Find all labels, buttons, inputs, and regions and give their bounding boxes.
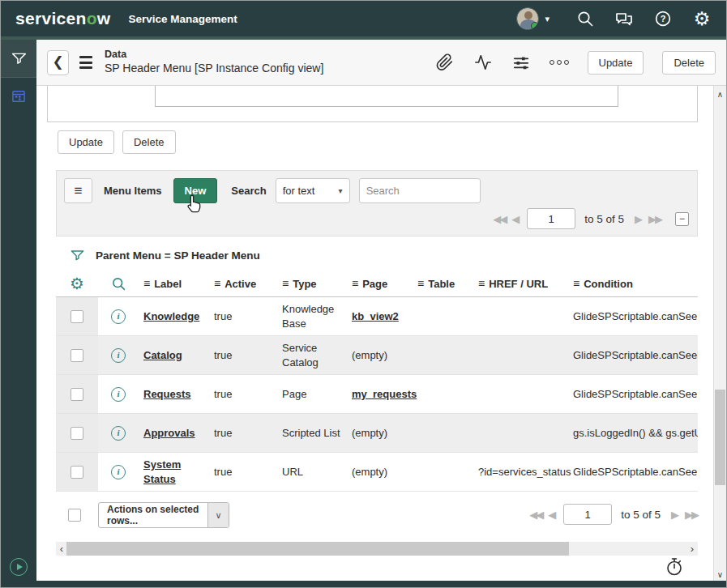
column-header[interactable]: ≡Table — [413, 277, 473, 290]
previous-page-icon[interactable]: ◀ — [511, 213, 520, 225]
column-menu-icon[interactable]: ≡ — [282, 277, 289, 290]
column-menu-icon[interactable]: ≡ — [352, 277, 358, 290]
previous-page-icon[interactable]: ◀ — [548, 509, 556, 521]
chevron-down-icon[interactable]: ▾ — [545, 14, 550, 24]
column-header[interactable]: ≡Label — [139, 277, 209, 290]
row-active: true — [209, 421, 277, 445]
row-label-link[interactable]: Approvals — [143, 427, 195, 439]
row-label-link[interactable]: Catalog — [143, 349, 182, 361]
column-menu-icon[interactable]: ≡ — [214, 277, 220, 290]
back-icon: ❮ — [52, 53, 63, 70]
page-number-input[interactable] — [563, 504, 612, 525]
first-page-icon[interactable]: ◀◀ — [529, 509, 542, 521]
column-menu-icon[interactable]: ≡ — [143, 277, 150, 290]
search-label: Search — [231, 185, 266, 197]
row-condition: GlideSPScriptable.canSeePag — [568, 305, 698, 329]
info-icon[interactable]: i — [111, 387, 126, 402]
row-label-link[interactable]: Knowledge — [143, 310, 199, 322]
row-label-link[interactable]: System Status — [143, 458, 181, 485]
chat-icon[interactable] — [614, 9, 634, 28]
scroll-up-icon[interactable]: ∧ — [714, 87, 726, 100]
row-checkbox[interactable] — [71, 349, 83, 362]
last-page-icon[interactable]: ▶▶ — [685, 509, 698, 521]
row-page[interactable]: kb_view2 — [352, 310, 399, 322]
table-row: i Approvals true Scripted List (empty) g… — [56, 414, 698, 453]
row-page[interactable]: (empty) — [352, 466, 387, 478]
last-page-icon[interactable]: ▶▶ — [648, 213, 661, 225]
related-list-header: ≡ Menu Items New Search for text ▾ — [56, 170, 698, 236]
first-page-icon[interactable]: ◀◀ — [493, 213, 506, 225]
help-icon[interactable]: ? — [653, 9, 673, 28]
row-page[interactable]: (empty) — [352, 349, 387, 361]
row-checkbox[interactable] — [71, 466, 83, 479]
row-range-label: to 5 of 5 — [621, 509, 661, 521]
personalize-gear-icon[interactable]: ⚙ — [56, 274, 98, 293]
actions-select[interactable]: Actions on selected rows... ∨ — [98, 502, 229, 528]
row-checkbox[interactable] — [71, 388, 83, 401]
column-header[interactable]: ≡Active — [209, 277, 277, 290]
filter-condition[interactable]: Parent Menu = SP Header Menu — [96, 249, 260, 262]
column-header[interactable]: ≡Type — [277, 277, 347, 290]
header-update-button[interactable]: Update — [588, 51, 644, 75]
sidebar-item-filter-navigator[interactable] — [1, 40, 36, 77]
servicenow-logo[interactable]: servicenow — [15, 9, 110, 28]
scroll-left-icon[interactable]: ‹ — [56, 542, 67, 556]
row-table — [413, 428, 473, 438]
user-menu[interactable]: ▾ — [516, 7, 550, 30]
menu-items-table: ⚙ ≡Label≡Active≡Type≡Page≡Table≡HREF / U… — [56, 271, 698, 492]
select-all-checkbox[interactable] — [68, 509, 81, 522]
next-page-icon[interactable]: ▶ — [671, 509, 679, 521]
sliders-icon[interactable] — [511, 53, 531, 72]
header-delete-button[interactable]: Delete — [662, 51, 716, 75]
column-menu-icon[interactable]: ≡ — [478, 277, 485, 290]
search-icon[interactable] — [575, 9, 595, 28]
activity-stream-icon[interactable] — [473, 53, 493, 72]
vertical-scroll-thumb[interactable] — [715, 390, 725, 485]
form-context-menu-icon[interactable] — [78, 54, 94, 70]
back-button[interactable]: ❮ — [47, 50, 69, 75]
search-type-select[interactable]: for text ▾ — [276, 178, 350, 203]
row-checkbox[interactable] — [71, 310, 83, 323]
row-checkbox[interactable] — [71, 427, 83, 440]
delete-button[interactable]: Delete — [122, 130, 176, 154]
row-page[interactable]: (empty) — [352, 427, 387, 439]
column-header[interactable]: ≡HREF / URL — [473, 277, 568, 290]
select-caret-icon: ∨ — [207, 503, 229, 527]
left-sidebar — [1, 40, 36, 587]
list-search-input[interactable] — [359, 178, 481, 203]
row-page[interactable]: my_requests — [352, 388, 417, 400]
response-time-icon[interactable] — [665, 556, 684, 577]
gear-icon[interactable]: ⚙ — [692, 9, 712, 28]
column-menu-icon[interactable]: ≡ — [573, 277, 579, 290]
page-number-input[interactable] — [527, 208, 575, 229]
info-icon[interactable]: i — [111, 309, 126, 324]
update-button[interactable]: Update — [58, 130, 114, 154]
column-search-icon[interactable] — [98, 276, 139, 292]
vertical-scrollbar[interactable]: ∧ ∨ — [713, 86, 726, 581]
collapse-list-icon[interactable]: − — [675, 212, 689, 226]
scroll-right-icon[interactable]: › — [686, 542, 698, 556]
column-header[interactable]: ≡Page — [347, 277, 413, 290]
calendar-icon — [11, 88, 27, 104]
row-active: true — [209, 343, 277, 368]
info-icon[interactable]: i — [111, 426, 126, 441]
table-row: i Catalog true Service Catalog (empty) G… — [56, 336, 698, 375]
horizontal-scrollbar[interactable]: ‹ › — [56, 542, 698, 556]
more-options-icon[interactable] — [550, 53, 569, 72]
row-type: URL — [277, 460, 347, 484]
horizontal-scroll-thumb[interactable] — [66, 542, 569, 556]
row-label-link[interactable]: Requests — [143, 388, 191, 400]
info-icon[interactable]: i — [111, 348, 126, 363]
sidebar-item-calendar[interactable] — [1, 78, 36, 115]
avatar[interactable] — [516, 7, 539, 30]
play-button[interactable] — [10, 558, 28, 576]
list-context-menu-button[interactable]: ≡ — [64, 178, 92, 203]
info-icon[interactable]: i — [111, 465, 126, 479]
form-field-textarea[interactable] — [155, 86, 618, 107]
column-menu-icon[interactable]: ≡ — [417, 277, 424, 290]
scroll-down-icon[interactable]: ∨ — [714, 568, 726, 581]
new-button[interactable]: New — [173, 178, 218, 203]
column-header[interactable]: ≡Condition — [568, 277, 698, 290]
paperclip-icon[interactable] — [435, 53, 455, 72]
next-page-icon[interactable]: ▶ — [635, 213, 643, 225]
